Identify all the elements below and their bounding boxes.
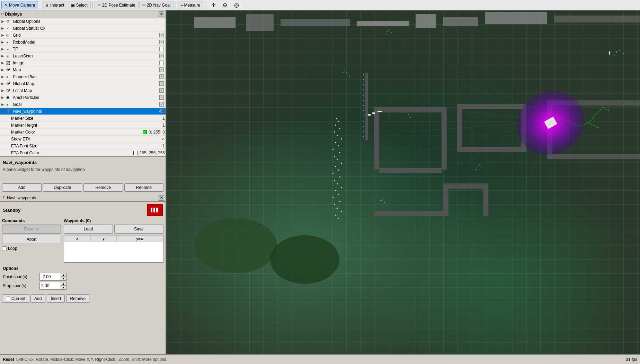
expand-icon-tf: ▶ — [1, 47, 6, 51]
color-swatch-eta-font[interactable] — [133, 151, 137, 155]
map-viewport[interactable] — [166, 10, 640, 354]
label-goal: Goal — [13, 102, 158, 107]
tree-item-global-options[interactable]: ▶ ⚙ Global Options — [0, 18, 166, 25]
save-waypoints-button[interactable]: Save — [114, 225, 163, 234]
check-cell-laserscan[interactable] — [158, 54, 165, 58]
tree-item-goal[interactable]: ▶ ● Goal — [0, 101, 166, 108]
point-span-down[interactable]: ▼ — [61, 277, 66, 281]
check-cell-global-map[interactable] — [158, 81, 165, 86]
checkbox-navi-waypoints[interactable]: ✓ — [159, 109, 164, 113]
label-planner-plan: Planner Plan — [13, 74, 158, 79]
svg-rect-99 — [337, 183, 338, 184]
tree-item-laserscan[interactable]: ▶ ◎ LaserScan — [0, 53, 166, 60]
check-cell-goal[interactable] — [158, 102, 165, 107]
svg-point-123 — [363, 90, 364, 91]
check-cell-robotmodel[interactable] — [158, 40, 165, 44]
load-waypoints-button[interactable]: Load — [64, 225, 113, 234]
tree-item-tf[interactable]: ▶ ↔ TF — [0, 46, 166, 53]
loop-checkbox[interactable] — [2, 246, 7, 251]
tree-item-amcl-particles[interactable]: ▶ ◉ Amcl Particles — [0, 94, 166, 101]
svg-rect-87 — [335, 142, 336, 143]
check-cell-map[interactable] — [158, 67, 165, 72]
camera-icon-2[interactable]: ⊖ — [220, 1, 230, 9]
checkbox-laserscan[interactable] — [159, 54, 164, 58]
checkbox-planner-plan[interactable] — [159, 74, 164, 79]
move-camera-button[interactable]: ↖ Move Camera — [1, 1, 38, 9]
duplicate-display-button[interactable]: Duplicate — [43, 183, 82, 192]
svg-point-35 — [348, 74, 348, 75]
label-navi-waypoints: Navi_waypoints — [13, 109, 158, 114]
tree-item-marker-color[interactable]: Marker Color 0; 255; 0 — [0, 129, 166, 136]
tree-item-global-status[interactable]: ▶ ✓ Global Status: Ok — [0, 25, 166, 32]
displays-close-button[interactable]: ✕ — [159, 11, 164, 17]
displays-title: Displays — [5, 12, 22, 17]
remove-display-button[interactable]: Remove — [83, 183, 123, 192]
stop-span-input[interactable] — [40, 283, 61, 289]
check-cell-amcl-particles[interactable] — [158, 95, 165, 100]
stop-span-up[interactable]: ▲ — [61, 282, 66, 286]
tree-item-marker-size[interactable]: Marker Size 1 — [0, 115, 166, 122]
svg-line-71 — [547, 121, 554, 221]
svg-point-54 — [382, 199, 383, 200]
check-cell-local-map[interactable] — [158, 88, 165, 93]
interact-label: Interact — [50, 3, 64, 8]
current-checkbox[interactable] — [6, 297, 10, 301]
checkbox-grid[interactable] — [159, 33, 164, 37]
checkbox-image[interactable] — [159, 61, 164, 65]
svg-point-36 — [344, 71, 345, 71]
point-span-up[interactable]: ▲ — [61, 273, 66, 277]
standby-icon-button[interactable] — [147, 204, 163, 216]
remove-waypoint-button[interactable]: Remove — [66, 294, 89, 303]
svg-point-127 — [363, 110, 364, 111]
color-swatch-marker[interactable] — [143, 130, 147, 134]
tree-item-map[interactable]: ▶ 🗺 Map — [0, 66, 166, 73]
svg-rect-80 — [336, 118, 337, 119]
add-display-button[interactable]: Add — [2, 183, 42, 192]
tree-item-eta-font-color[interactable]: ETA Font Color 255; 255; 255 — [0, 149, 166, 156]
tree-item-local-map[interactable]: ▶ 🗺 Local Map — [0, 87, 166, 94]
tree-item-global-map[interactable]: ▶ 🗺 Global Map — [0, 80, 166, 87]
icon-map: 🗺 — [6, 68, 12, 72]
tree-item-robotmodel[interactable]: ▶ ● RobotModel — [0, 39, 166, 46]
navi-widget-close-button[interactable]: ✕ — [159, 195, 164, 201]
label-image: Image — [13, 61, 158, 65]
current-waypoint-button[interactable]: Current — [2, 294, 29, 303]
checkbox-amcl-particles[interactable] — [159, 95, 164, 100]
abort-button[interactable]: Abort — [2, 235, 61, 244]
tree-item-image[interactable]: ▶ 🖼 Image — [0, 60, 166, 66]
tree-item-marker-height[interactable]: Marker Height 1 — [0, 122, 166, 129]
check-cell-tf[interactable] — [158, 47, 165, 51]
point-span-input[interactable] — [40, 274, 61, 280]
tree-item-planner-plan[interactable]: ▶ ● Planner Plan — [0, 73, 166, 80]
icon-local-map: 🗺 — [6, 89, 12, 93]
check-cell-grid[interactable] — [158, 33, 165, 37]
camera-icon-3[interactable]: ◎ — [231, 1, 242, 9]
checkbox-goal[interactable] — [159, 102, 164, 107]
reset-button[interactable]: Reset — [3, 357, 14, 362]
check-cell-planner-plan[interactable] — [158, 74, 165, 79]
interact-button[interactable]: 🖱 Interact — [42, 1, 67, 9]
description-panel: Navi_waypoints A panel widget to for way… — [0, 157, 166, 181]
checkbox-map[interactable] — [159, 67, 164, 72]
select-button[interactable]: ▣ Select — [68, 1, 90, 9]
nav-goal-button[interactable]: ✏ 2D Nav Goal — [139, 1, 174, 9]
rename-display-button[interactable]: Rename — [124, 183, 164, 192]
stop-span-down[interactable]: ▼ — [61, 286, 66, 290]
pose-estimate-button[interactable]: ✏ 2D Pose Estimate — [95, 1, 139, 9]
checkbox-local-map[interactable] — [159, 88, 164, 93]
svg-rect-105 — [334, 204, 335, 205]
add-waypoint-button[interactable]: Add — [30, 294, 45, 303]
tree-item-navi-waypoints[interactable]: ▼ 📍 Navi_waypoints ✓ — [0, 108, 166, 115]
waypoints-load-save-row: Load Save — [64, 225, 163, 234]
check-cell-navi-waypoints[interactable]: ✓ — [158, 109, 165, 113]
checkbox-global-map[interactable] — [159, 81, 164, 86]
camera-icon-1[interactable]: ✛ — [208, 1, 219, 9]
tree-item-grid[interactable]: ▶ ⊞ Grid — [0, 32, 166, 39]
check-cell-image[interactable] — [158, 61, 165, 65]
tree-item-eta-font-size[interactable]: ETA Font Size 1 — [0, 143, 166, 149]
measure-button[interactable]: ━ Measure — [178, 1, 204, 9]
tree-item-show-eta[interactable]: Show ETA ✓ — [0, 136, 166, 143]
insert-waypoint-button[interactable]: Insert — [47, 294, 65, 303]
checkbox-robotmodel[interactable] — [159, 40, 164, 44]
checkbox-tf[interactable] — [159, 47, 164, 51]
